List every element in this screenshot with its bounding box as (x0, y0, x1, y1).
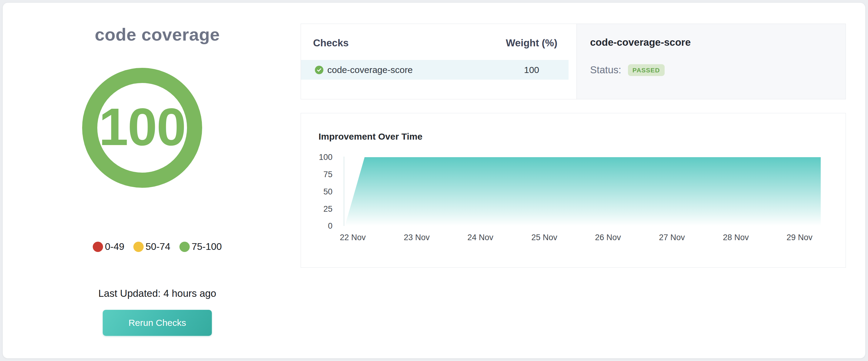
y-tick-label: 0 (301, 221, 333, 231)
area-fill (345, 157, 821, 226)
y-tick-label: 25 (301, 204, 333, 214)
x-tick-label: 27 Nov (651, 233, 693, 242)
y-tick-label: 75 (301, 169, 333, 179)
weight-column-header: Weight (%) (486, 37, 577, 49)
legend-label: 75-100 (191, 241, 222, 252)
x-tick-label: 23 Nov (396, 233, 438, 242)
improvement-chart-card: Improvement Over Time 100 75 50 25 0 22 … (301, 113, 846, 268)
score-value: 100 (99, 100, 185, 156)
legend-label: 50-74 (146, 241, 170, 252)
x-tick-label: 22 Nov (332, 233, 374, 242)
checks-card: Checks Weight (%) code-coverage-score 10… (301, 24, 577, 99)
check-weight-value: 100 (486, 65, 577, 75)
check-circle-icon (315, 66, 323, 74)
status-line: Status: PASSED (590, 64, 664, 76)
x-tick-label: 25 Nov (523, 233, 565, 242)
green-dot-icon (179, 242, 190, 252)
check-name: code-coverage-score (327, 65, 413, 75)
check-detail-title: code-coverage-score (590, 37, 691, 48)
x-tick-label: 29 Nov (778, 233, 821, 242)
x-tick-label: 28 Nov (715, 233, 757, 242)
legend-item-mid: 50-74 (133, 241, 170, 252)
legend-item-high: 75-100 (179, 241, 222, 252)
score-legend: 0-49 50-74 75-100 (66, 241, 248, 252)
check-detail-card: code-coverage-score Status: PASSED (577, 24, 846, 99)
red-dot-icon (93, 242, 103, 252)
table-row-code-coverage-score[interactable]: code-coverage-score 100 (301, 60, 568, 80)
legend-item-low: 0-49 (93, 241, 124, 252)
checks-column-header: Checks (313, 37, 348, 49)
last-updated-text: Last Updated: 4 hours ago (66, 288, 248, 299)
score-gauge: 100 (82, 68, 202, 188)
x-tick-label: 24 Nov (459, 233, 502, 242)
y-tick-label: 50 (301, 187, 333, 197)
rerun-checks-button[interactable]: Rerun Checks (103, 310, 212, 336)
improvement-area-chart (301, 113, 846, 268)
y-tick-label: 100 (301, 152, 333, 162)
code-coverage-dashboard: code coverage 100 0-49 50-74 75-100 Last… (0, 0, 868, 361)
status-badge: PASSED (628, 64, 664, 76)
page-title: code coverage (66, 24, 248, 44)
yellow-dot-icon (133, 242, 144, 252)
status-label: Status: (590, 64, 621, 76)
legend-label: 0-49 (105, 241, 124, 252)
x-tick-label: 26 Nov (587, 233, 629, 242)
